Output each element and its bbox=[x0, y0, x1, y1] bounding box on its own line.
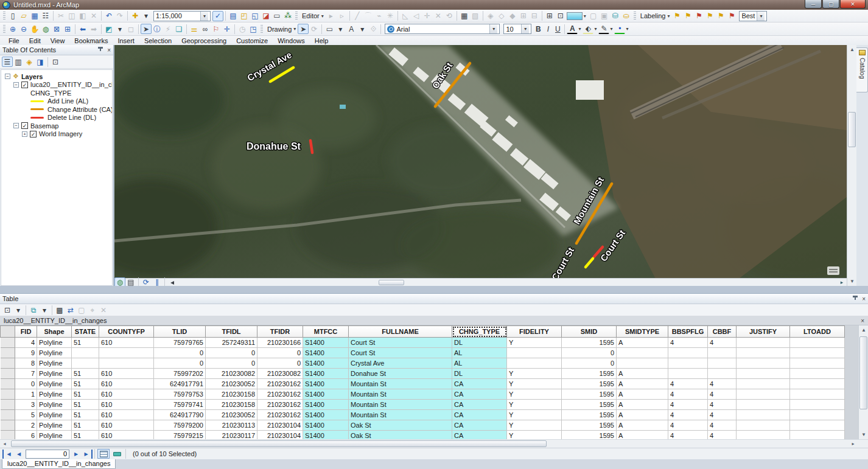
cell-shape[interactable]: Polyline bbox=[37, 431, 72, 440]
cell-ltoadd[interactable] bbox=[790, 369, 845, 379]
cell-shape[interactable]: Polyline bbox=[37, 400, 72, 410]
undo-edit-icon[interactable]: ⟲ bbox=[444, 11, 455, 21]
cell-tlid[interactable]: 624917791 bbox=[154, 379, 206, 389]
cell-tlid[interactable]: 0 bbox=[154, 358, 206, 369]
panel-divider[interactable] bbox=[0, 286, 868, 293]
cell-fid[interactable]: 9 bbox=[15, 348, 37, 358]
cell-chng_type[interactable]: CA bbox=[452, 420, 507, 431]
hyperlink-icon[interactable]: ⚡ bbox=[163, 24, 173, 34]
cell-ltoadd[interactable] bbox=[790, 420, 845, 431]
line-color-caret-icon[interactable]: ▾ bbox=[610, 26, 612, 32]
toolbar-grip[interactable] bbox=[3, 12, 5, 20]
cell-smidtype[interactable]: A bbox=[617, 420, 668, 431]
cell-cbbf[interactable] bbox=[708, 358, 737, 369]
cell-shape[interactable]: Polyline bbox=[37, 379, 72, 389]
cell-tfidr[interactable]: 210230104 bbox=[257, 420, 303, 431]
column-header-smidtype[interactable]: SMIDTYPE bbox=[617, 326, 668, 338]
column-header-fidelity[interactable]: FIDELITY bbox=[507, 326, 562, 338]
table-hscroll-thumb[interactable] bbox=[11, 440, 547, 447]
previous-record-button[interactable]: ◀ bbox=[13, 450, 24, 459]
cell-countyfp[interactable]: 610 bbox=[99, 410, 154, 420]
attribute-transfer-icon[interactable]: ⛀ bbox=[621, 11, 632, 21]
fix-topology-icon[interactable]: ⊟ bbox=[529, 11, 540, 21]
clear-table-selection-icon[interactable]: ▢ bbox=[76, 305, 87, 315]
menu-file[interactable]: File bbox=[4, 36, 24, 45]
cell-cbbf[interactable]: 4 bbox=[708, 389, 737, 400]
cell-cbbf[interactable]: 4 bbox=[708, 338, 737, 348]
cell-smid[interactable]: 1595 bbox=[562, 410, 617, 420]
fixed-zoom-out-icon[interactable]: ⊞ bbox=[62, 24, 73, 34]
cell-mtfcc[interactable]: S1400 bbox=[303, 369, 349, 379]
map-horizontal-scrollbar[interactable] bbox=[178, 279, 837, 287]
cell-cbbf[interactable]: 4 bbox=[708, 400, 737, 410]
cell-tlid[interactable]: 75979215 bbox=[154, 431, 206, 440]
delete-icon[interactable]: ✕ bbox=[88, 11, 99, 21]
drawing-pointer-icon[interactable]: ➤ bbox=[298, 24, 309, 34]
catalog-tab[interactable]: Catalog bbox=[856, 47, 868, 92]
zoom-to-selected-icon[interactable]: ⌖ bbox=[87, 305, 98, 315]
zoom-out-icon[interactable]: ⊖ bbox=[18, 24, 29, 34]
cell-smid[interactable]: 1595 bbox=[562, 420, 617, 431]
cell-tlid[interactable]: 75979765 bbox=[154, 338, 206, 348]
pause-labeling-icon[interactable]: ⚑ bbox=[715, 11, 726, 21]
cell-tfidl[interactable]: 210230158 bbox=[206, 389, 257, 400]
cell-chng_type[interactable]: CA bbox=[452, 379, 507, 389]
cell-chng_type[interactable]: DL bbox=[452, 369, 507, 379]
toc-field-chng-type[interactable]: CHNG_TYPE bbox=[30, 89, 71, 97]
cell-shape[interactable]: Polyline bbox=[37, 338, 72, 348]
cell-fid[interactable]: 5 bbox=[15, 410, 37, 420]
shape-rectangle-icon[interactable]: ▭ bbox=[324, 24, 335, 34]
editor-menu[interactable]: Editor bbox=[302, 12, 320, 19]
column-header-shape[interactable]: Shape bbox=[37, 326, 72, 338]
symbol-color-swatch[interactable] bbox=[567, 12, 583, 20]
expander-icon[interactable]: + bbox=[22, 131, 27, 137]
column-header-state[interactable]: STATE bbox=[72, 326, 99, 338]
column-header-fullname[interactable]: FULLNAME bbox=[349, 326, 452, 338]
cell-tfidr[interactable]: 210230162 bbox=[257, 379, 303, 389]
list-by-selection-icon[interactable]: ◨ bbox=[35, 57, 46, 67]
add-data-caret-icon[interactable]: ▾ bbox=[141, 11, 152, 21]
hscroll-right-arrow[interactable]: ▸ bbox=[849, 440, 858, 448]
cell-smidtype[interactable]: A bbox=[617, 389, 668, 400]
list-by-visibility-icon[interactable]: ◈ bbox=[24, 57, 35, 67]
last-record-button[interactable]: ▶ bbox=[82, 450, 93, 459]
html-popup-icon[interactable]: ❏ bbox=[173, 24, 184, 34]
column-header-countyfp[interactable]: COUNTYFP bbox=[99, 326, 154, 338]
next-record-button[interactable]: ▶ bbox=[71, 450, 82, 459]
cell-fullname[interactable]: Court St bbox=[349, 348, 452, 358]
table-row[interactable]: 6Polyline5161075979215210230117210230104… bbox=[1, 431, 845, 440]
cell-shape[interactable]: Polyline bbox=[37, 348, 72, 358]
cell-fullname[interactable]: Mountain St bbox=[349, 400, 452, 410]
cell-state[interactable] bbox=[72, 348, 99, 358]
cell-smidtype[interactable]: A bbox=[617, 410, 668, 420]
cell-tfidl[interactable]: 0 bbox=[206, 348, 257, 358]
save-icon[interactable]: ▦ bbox=[29, 11, 40, 21]
menu-edit[interactable]: Edit bbox=[24, 36, 46, 45]
cell-ltoadd[interactable] bbox=[790, 400, 845, 410]
delete-selected-icon[interactable]: ✕ bbox=[98, 305, 109, 315]
toc-layer-world-imagery[interactable]: World Imagery bbox=[39, 130, 82, 137]
related-tables-icon[interactable]: ⧉ bbox=[28, 305, 39, 315]
cell-smid[interactable]: 1595 bbox=[562, 369, 617, 379]
cell-shape[interactable]: Polyline bbox=[37, 369, 72, 379]
table-row[interactable]: 0Polyline5161062491779121023005221023016… bbox=[1, 379, 845, 389]
row-selector-cell[interactable] bbox=[1, 379, 15, 389]
attribute-table[interactable]: FIDShapeSTATECOUNTYFPTLIDTFIDLTFIDRMTFCC… bbox=[0, 325, 845, 439]
edit-tool-icon[interactable]: ▸ bbox=[326, 11, 337, 21]
cell-fidelity[interactable]: Y bbox=[507, 379, 562, 389]
topology-edit-icon[interactable]: ◇ bbox=[496, 11, 507, 21]
row-selector-cell[interactable] bbox=[1, 389, 15, 400]
zoom-in-icon[interactable]: ⊕ bbox=[7, 24, 18, 34]
python-window-icon[interactable]: ▭ bbox=[271, 11, 282, 21]
column-header-justify[interactable]: JUSTIFY bbox=[737, 326, 790, 338]
adjust-topology-icon[interactable]: ⛁ bbox=[610, 11, 621, 21]
map-vscroll-thumb[interactable] bbox=[848, 112, 856, 147]
new-text-icon[interactable]: A bbox=[346, 24, 357, 34]
split-icon[interactable]: ✛ bbox=[422, 11, 433, 21]
cell-shape[interactable]: Polyline bbox=[37, 410, 72, 420]
add-data-icon[interactable]: ✚ bbox=[130, 11, 141, 21]
row-selector-header[interactable] bbox=[1, 326, 15, 338]
cell-tfidl[interactable]: 210230158 bbox=[206, 400, 257, 410]
menu-help[interactable]: Help bbox=[310, 36, 334, 45]
column-header-chng_type[interactable]: CHNG_TYPE bbox=[452, 326, 507, 338]
